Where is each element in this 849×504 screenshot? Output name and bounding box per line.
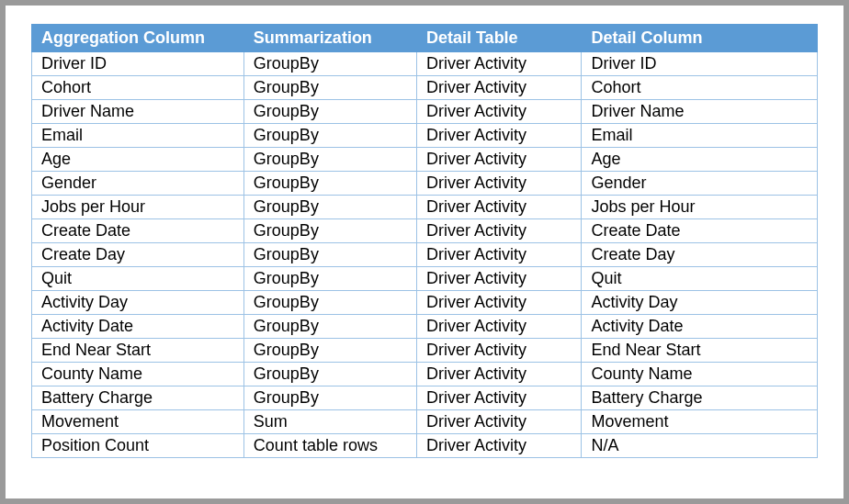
table-cell: Driver Activity bbox=[416, 315, 582, 339]
header-detail-table: Detail Table bbox=[416, 25, 582, 52]
table-cell: Driver Activity bbox=[416, 219, 582, 243]
table-row: CohortGroupByDriver ActivityCohort bbox=[32, 76, 818, 100]
table-cell: County Name bbox=[582, 363, 818, 386]
table-cell: GroupBy bbox=[243, 291, 416, 315]
table-cell: Activity Day bbox=[582, 291, 818, 315]
table-cell: Driver Name bbox=[32, 100, 244, 124]
table-cell: Driver Activity bbox=[416, 386, 582, 410]
table-cell: Driver Activity bbox=[416, 172, 582, 196]
table-cell: Email bbox=[582, 124, 818, 148]
table-cell: Movement bbox=[32, 410, 244, 434]
table-row: Position CountCount table rowsDriver Act… bbox=[32, 434, 818, 458]
table-cell: GroupBy bbox=[243, 76, 416, 100]
table-cell: Age bbox=[582, 148, 818, 172]
header-aggregation-column: Aggregation Column bbox=[32, 25, 244, 52]
table-cell: GroupBy bbox=[243, 386, 416, 410]
table-cell: Jobs per Hour bbox=[32, 196, 244, 219]
table-cell: Driver Activity bbox=[416, 339, 582, 363]
table-cell: Jobs per Hour bbox=[582, 196, 818, 219]
table-cell: GroupBy bbox=[243, 339, 416, 363]
table-cell: Age bbox=[32, 148, 244, 172]
table-cell: Driver ID bbox=[32, 52, 244, 76]
table-row: Jobs per HourGroupByDriver ActivityJobs … bbox=[32, 196, 818, 219]
table-header-row: Aggregation Column Summarization Detail … bbox=[32, 25, 818, 52]
table-cell: Gender bbox=[32, 172, 244, 196]
table-cell: GroupBy bbox=[243, 196, 416, 219]
table-cell: Cohort bbox=[582, 76, 818, 100]
table-cell: GroupBy bbox=[243, 219, 416, 243]
table-cell: Sum bbox=[243, 410, 416, 434]
table-row: Driver IDGroupByDriver ActivityDriver ID bbox=[32, 52, 818, 76]
table-cell: Create Day bbox=[32, 243, 244, 267]
header-detail-column: Detail Column bbox=[582, 25, 818, 52]
table-cell: GroupBy bbox=[243, 363, 416, 386]
table-cell: Driver Name bbox=[582, 100, 818, 124]
page-container: Aggregation Column Summarization Detail … bbox=[6, 6, 843, 498]
table-cell: Driver Activity bbox=[416, 363, 582, 386]
table-cell: Driver Activity bbox=[416, 434, 582, 458]
table-cell: Driver Activity bbox=[416, 291, 582, 315]
table-row: QuitGroupByDriver ActivityQuit bbox=[32, 267, 818, 291]
table-cell: GroupBy bbox=[243, 148, 416, 172]
table-cell: Battery Charge bbox=[582, 386, 818, 410]
table-cell: Driver Activity bbox=[416, 124, 582, 148]
table-cell: N/A bbox=[582, 434, 818, 458]
table-cell: Gender bbox=[582, 172, 818, 196]
table-cell: Count table rows bbox=[243, 434, 416, 458]
table-cell: Driver Activity bbox=[416, 267, 582, 291]
table-row: GenderGroupByDriver ActivityGender bbox=[32, 172, 818, 196]
table-body: Driver IDGroupByDriver ActivityDriver ID… bbox=[32, 52, 818, 458]
table-cell: Driver Activity bbox=[416, 196, 582, 219]
header-summarization: Summarization bbox=[243, 25, 416, 52]
table-cell: Position Count bbox=[32, 434, 244, 458]
table-cell: Driver Activity bbox=[416, 76, 582, 100]
table-row: Activity DateGroupByDriver ActivityActiv… bbox=[32, 315, 818, 339]
table-row: Create DayGroupByDriver ActivityCreate D… bbox=[32, 243, 818, 267]
table-cell: Activity Date bbox=[582, 315, 818, 339]
table-cell: GroupBy bbox=[243, 243, 416, 267]
table-cell: Activity Day bbox=[32, 291, 244, 315]
table-cell: Driver Activity bbox=[416, 148, 582, 172]
table-cell: GroupBy bbox=[243, 172, 416, 196]
table-cell: Activity Date bbox=[32, 315, 244, 339]
table-cell: Battery Charge bbox=[32, 386, 244, 410]
table-cell: Driver ID bbox=[582, 52, 818, 76]
table-cell: End Near Start bbox=[582, 339, 818, 363]
table-cell: Driver Activity bbox=[416, 52, 582, 76]
table-row: Driver NameGroupByDriver ActivityDriver … bbox=[32, 100, 818, 124]
table-cell: Cohort bbox=[32, 76, 244, 100]
table-cell: Create Date bbox=[32, 219, 244, 243]
table-cell: GroupBy bbox=[243, 52, 416, 76]
table-row: Activity DayGroupByDriver ActivityActivi… bbox=[32, 291, 818, 315]
table-row: MovementSumDriver ActivityMovement bbox=[32, 410, 818, 434]
table-row: AgeGroupByDriver ActivityAge bbox=[32, 148, 818, 172]
table-cell: GroupBy bbox=[243, 267, 416, 291]
table-cell: Quit bbox=[582, 267, 818, 291]
table-cell: Email bbox=[32, 124, 244, 148]
table-cell: End Near Start bbox=[32, 339, 244, 363]
table-row: Create DateGroupByDriver ActivityCreate … bbox=[32, 219, 818, 243]
table-cell: Quit bbox=[32, 267, 244, 291]
table-cell: Create Day bbox=[582, 243, 818, 267]
table-cell: Driver Activity bbox=[416, 100, 582, 124]
table-cell: GroupBy bbox=[243, 124, 416, 148]
table-cell: Driver Activity bbox=[416, 243, 582, 267]
table-cell: GroupBy bbox=[243, 315, 416, 339]
table-row: End Near StartGroupByDriver ActivityEnd … bbox=[32, 339, 818, 363]
table-cell: GroupBy bbox=[243, 100, 416, 124]
table-row: EmailGroupByDriver ActivityEmail bbox=[32, 124, 818, 148]
table-cell: Driver Activity bbox=[416, 410, 582, 434]
aggregation-table: Aggregation Column Summarization Detail … bbox=[31, 24, 818, 458]
table-cell: County Name bbox=[32, 363, 244, 386]
table-cell: Movement bbox=[582, 410, 818, 434]
table-row: Battery ChargeGroupByDriver ActivityBatt… bbox=[32, 386, 818, 410]
table-cell: Create Date bbox=[582, 219, 818, 243]
table-row: County NameGroupByDriver ActivityCounty … bbox=[32, 363, 818, 386]
